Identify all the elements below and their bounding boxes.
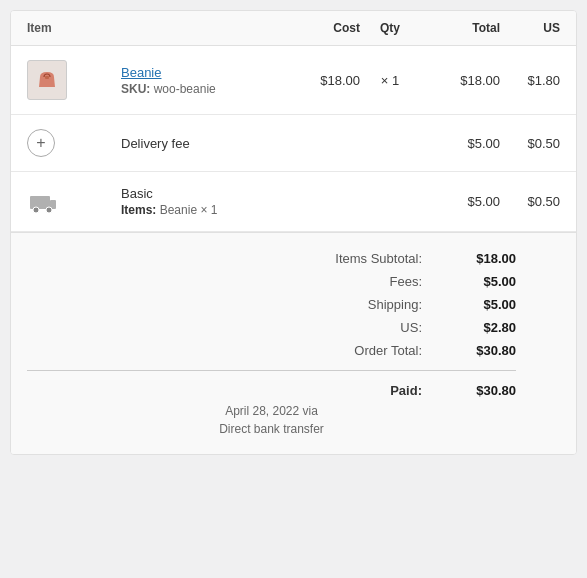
items-subtotal-value: $18.00: [446, 251, 516, 266]
payment-date: April 28, 2022 via: [27, 404, 516, 418]
fee-us: $0.50: [500, 136, 560, 151]
header-us: US: [500, 21, 560, 35]
items-subtotal-label: Items Subtotal:: [302, 251, 422, 266]
shipping-info: Basic Items: Beanie × 1: [117, 186, 280, 217]
summary-shipping: Shipping: $5.00: [27, 297, 516, 312]
header-item: Item: [27, 21, 117, 35]
fee-total: $5.00: [420, 136, 500, 151]
summary-divider: [27, 370, 516, 371]
us-value: $2.80: [446, 320, 516, 335]
summary-section: Items Subtotal: $18.00 Fees: $5.00 Shipp…: [11, 232, 576, 454]
svg-rect-0: [45, 76, 49, 79]
product-qty: × 1: [360, 73, 420, 88]
summary-items-subtotal: Items Subtotal: $18.00: [27, 251, 516, 266]
paid-value: $30.80: [446, 383, 516, 398]
summary-order-total: Order Total: $30.80: [27, 343, 516, 358]
product-thumbnail: [27, 60, 67, 100]
paid-label: Paid:: [302, 383, 422, 398]
product-thumb-wrapper: [27, 60, 117, 100]
product-info: Beanie SKU: woo-beanie: [117, 65, 280, 96]
header-total: Total: [420, 21, 500, 35]
order-total-label: Order Total:: [302, 343, 422, 358]
order-table: Item Cost Qty Total US Beanie SKU: woo-b…: [10, 10, 577, 455]
fee-icon: +: [27, 129, 55, 157]
header-qty: Qty: [360, 21, 420, 35]
us-label: US:: [302, 320, 422, 335]
shipping-name: Basic: [121, 186, 280, 201]
shipping-icon: [27, 188, 59, 216]
product-total: $18.00: [420, 73, 500, 88]
product-sku: SKU: woo-beanie: [121, 82, 280, 96]
svg-point-4: [46, 207, 52, 213]
fee-row: + Delivery fee $5.00 $0.50: [11, 115, 576, 172]
shipping-items: Items: Beanie × 1: [121, 203, 280, 217]
header-spacer: [117, 21, 280, 35]
product-us: $1.80: [500, 73, 560, 88]
shipping-total: $5.00: [420, 194, 500, 209]
payment-method: Direct bank transfer: [27, 422, 516, 436]
product-cost: $18.00: [280, 73, 360, 88]
fees-label: Fees:: [302, 274, 422, 289]
header-cost: Cost: [280, 21, 360, 35]
table-header: Item Cost Qty Total US: [11, 11, 576, 46]
fees-value: $5.00: [446, 274, 516, 289]
shipping-us: $0.50: [500, 194, 560, 209]
fee-info: Delivery fee: [117, 136, 280, 151]
shipping-value: $5.00: [446, 297, 516, 312]
summary-fees: Fees: $5.00: [27, 274, 516, 289]
svg-rect-1: [30, 196, 50, 209]
svg-point-3: [33, 207, 39, 213]
paid-row: Paid: $30.80: [27, 383, 516, 398]
product-row: Beanie SKU: woo-beanie $18.00 × 1 $18.00…: [11, 46, 576, 115]
shipping-label: Shipping:: [302, 297, 422, 312]
product-name-link[interactable]: Beanie: [121, 65, 280, 80]
fee-icon-wrapper: +: [27, 129, 117, 157]
summary-us: US: $2.80: [27, 320, 516, 335]
fee-name: Delivery fee: [121, 136, 280, 151]
shipping-row: Basic Items: Beanie × 1 $5.00 $0.50: [11, 172, 576, 232]
order-total-value: $30.80: [446, 343, 516, 358]
shipping-icon-wrapper: [27, 188, 117, 216]
